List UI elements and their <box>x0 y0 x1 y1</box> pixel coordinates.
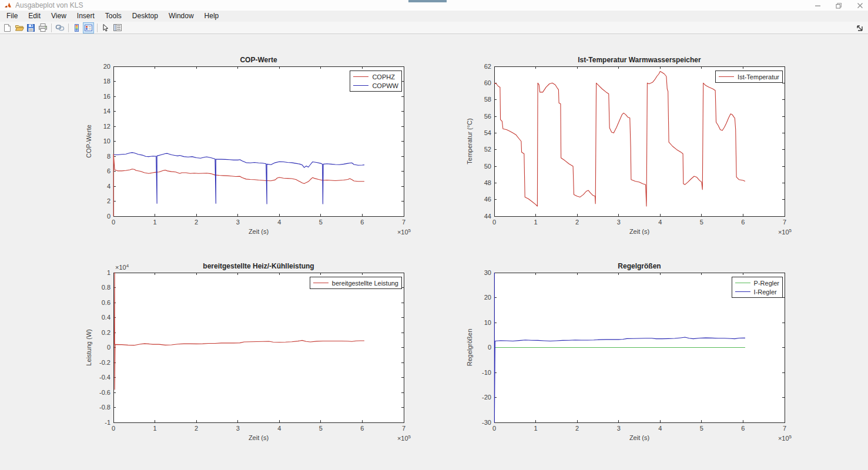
svg-text:0: 0 <box>107 344 110 351</box>
svg-text:58: 58 <box>484 96 491 103</box>
plot-ist-temperatur[interactable]: 0123456744464850525456586062Ist-Temperat… <box>463 56 792 244</box>
legend[interactable]: P-ReglerI-Regler <box>732 277 783 298</box>
svg-text:54: 54 <box>484 129 491 136</box>
svg-text:10: 10 <box>484 319 491 326</box>
menu-tools[interactable]: Tools <box>100 11 127 22</box>
svg-text:-0.6: -0.6 <box>99 389 110 396</box>
menu-file[interactable]: File <box>1 11 23 22</box>
svg-text:52: 52 <box>484 146 491 153</box>
svg-text:48: 48 <box>484 179 491 186</box>
svg-text:56: 56 <box>484 113 491 120</box>
svg-text:20: 20 <box>103 63 110 70</box>
svg-text:0: 0 <box>492 425 496 432</box>
dock-figure-icon[interactable] <box>855 24 863 32</box>
legend[interactable]: bereitgestellte Leistung <box>310 277 402 289</box>
legend-label: bereitgestellte Leistung <box>332 280 398 287</box>
svg-text:4: 4 <box>277 425 281 432</box>
property-editor-icon[interactable] <box>112 22 123 33</box>
save-icon[interactable] <box>25 22 36 33</box>
legend-entry: Ist-Temperatur <box>719 72 779 81</box>
print-icon[interactable] <box>37 22 48 33</box>
menu-help[interactable]: Help <box>199 11 224 22</box>
svg-text:3: 3 <box>617 219 621 226</box>
svg-text:30: 30 <box>484 269 491 276</box>
svg-text:Leistung (W): Leistung (W) <box>85 329 92 365</box>
svg-text:4: 4 <box>658 219 662 226</box>
svg-text:6: 6 <box>741 425 745 432</box>
menu-view[interactable]: View <box>46 11 72 22</box>
edit-plot-icon[interactable] <box>100 22 111 33</box>
svg-text:0.6: 0.6 <box>102 299 110 306</box>
legend-line-sample <box>735 283 750 283</box>
close-icon[interactable] <box>856 2 863 9</box>
insert-colorbar-icon[interactable] <box>71 22 82 33</box>
legend[interactable]: Ist-Temperatur <box>715 70 783 83</box>
svg-text:12: 12 <box>103 123 110 130</box>
svg-text:3: 3 <box>236 219 240 226</box>
svg-text:COP-Werte: COP-Werte <box>85 125 92 158</box>
matlab-logo-icon <box>4 2 12 9</box>
svg-text:50: 50 <box>484 163 491 170</box>
insert-legend-icon[interactable] <box>83 22 94 33</box>
minimize-button[interactable] <box>814 2 821 9</box>
menu-window[interactable]: Window <box>163 11 199 22</box>
svg-text:3: 3 <box>617 425 621 432</box>
svg-text:Zeit (s): Zeit (s) <box>249 228 269 235</box>
svg-text:-10: -10 <box>482 369 491 376</box>
svg-text:0: 0 <box>112 425 115 432</box>
menu-insert[interactable]: Insert <box>72 11 100 22</box>
svg-text:1: 1 <box>153 425 157 432</box>
svg-text:1: 1 <box>534 219 538 226</box>
figure-toolbar <box>0 22 868 34</box>
plot-leistung[interactable]: 01234567-1-0.8-0.6-0.4-0.200.20.40.60.81… <box>82 262 411 450</box>
legend-line-sample <box>313 283 329 283</box>
svg-text:60: 60 <box>484 79 491 86</box>
plot-cop-werte[interactable]: 0123456702468101214161820COP-WerteZeit (… <box>82 56 411 244</box>
svg-text:2: 2 <box>195 219 198 226</box>
svg-text:5: 5 <box>319 219 323 226</box>
svg-text:-0.2: -0.2 <box>99 359 110 366</box>
svg-text:7: 7 <box>783 425 786 432</box>
svg-text:6: 6 <box>107 167 110 174</box>
chart-canvas: 01234567-1-0.8-0.6-0.4-0.200.20.40.60.81… <box>82 262 411 450</box>
svg-text:7: 7 <box>402 219 405 226</box>
legend-entry: I-Regler <box>735 287 779 296</box>
svg-text:-1: -1 <box>105 419 110 426</box>
svg-text:-30: -30 <box>482 419 491 426</box>
legend-label: COPWW <box>372 82 398 89</box>
restore-button[interactable] <box>835 2 842 9</box>
legend[interactable]: COPHZCOPWW <box>350 70 402 92</box>
legend-entry: COPWW <box>353 81 398 90</box>
svg-text:COP-Werte: COP-Werte <box>240 56 277 64</box>
new-document-icon[interactable] <box>2 22 13 33</box>
toolbar-separator <box>51 24 52 32</box>
svg-text:3: 3 <box>236 425 240 432</box>
open-folder-icon[interactable] <box>14 22 25 33</box>
svg-text:0: 0 <box>107 213 110 220</box>
svg-text:5: 5 <box>700 219 703 226</box>
svg-text:2: 2 <box>575 425 579 432</box>
legend-entry: P-Regler <box>735 278 779 287</box>
svg-text:6: 6 <box>741 219 745 226</box>
svg-text:16: 16 <box>103 93 110 100</box>
svg-text:-0.8: -0.8 <box>99 404 110 411</box>
svg-text:1: 1 <box>153 219 157 226</box>
menu-edit[interactable]: Edit <box>23 11 46 22</box>
legend-label: I-Regler <box>754 288 777 296</box>
link-plot-icon[interactable] <box>54 22 65 33</box>
legend-label: Ist-Temperatur <box>738 73 779 80</box>
svg-text:-20: -20 <box>482 394 491 401</box>
svg-text:Regelgrößen: Regelgrößen <box>618 262 661 270</box>
plot-regelgroessen[interactable]: 01234567-30-20-100102030RegelgrößenZeit … <box>463 262 792 450</box>
svg-text:2: 2 <box>107 197 110 204</box>
svg-text:10: 10 <box>103 137 110 145</box>
svg-text:Zeit (s): Zeit (s) <box>629 434 649 441</box>
svg-text:0: 0 <box>492 219 496 226</box>
menu-bar: File Edit View Insert Tools Desktop Wind… <box>0 11 868 22</box>
menu-desktop[interactable]: Desktop <box>127 11 163 22</box>
svg-text:Zeit (s): Zeit (s) <box>249 434 269 441</box>
svg-text:bereitgestellte Heiz/-Kühlleis: bereitgestellte Heiz/-Kühlleistung <box>203 262 314 270</box>
legend-label: P-Regler <box>754 280 779 287</box>
svg-text:2: 2 <box>195 425 198 432</box>
svg-text:46: 46 <box>484 196 491 203</box>
